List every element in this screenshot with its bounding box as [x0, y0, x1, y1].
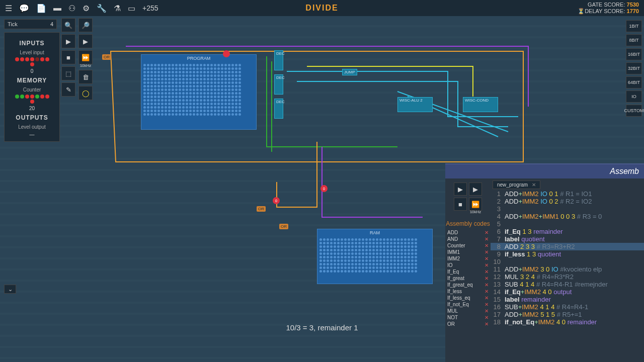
- asm-step-button[interactable]: ▶: [454, 183, 467, 196]
- chat-icon[interactable]: 💬: [19, 4, 29, 13]
- code-NOT[interactable]: NOT✕: [445, 314, 491, 321]
- bit-32bit[interactable]: 32BIT: [626, 62, 642, 74]
- code-line[interactable]: 7label quotient: [491, 235, 644, 243]
- fast-button[interactable]: ⏩: [78, 50, 93, 64]
- bit-8bit[interactable]: 8BIT: [626, 34, 642, 46]
- remove-code-icon[interactable]: ✕: [485, 243, 489, 248]
- code-line[interactable]: 14if_Eq+IMM2 4 0 output: [491, 288, 644, 296]
- remove-code-icon[interactable]: ✕: [485, 321, 489, 327]
- remove-code-icon[interactable]: ✕: [485, 282, 489, 288]
- code-If_less_eq[interactable]: If_less_eq✕: [445, 295, 491, 301]
- code-If_great[interactable]: If_great✕: [445, 275, 491, 282]
- remove-code-icon[interactable]: ✕: [485, 269, 489, 275]
- cond-chip[interactable]: WISC-COND: [463, 97, 498, 112]
- program-memory[interactable]: PROGRAM: [141, 54, 257, 130]
- io-panel: INPUTS Level input 0 MEMORY Counter 20 O…: [4, 32, 60, 142]
- wrench-icon[interactable]: 🔧: [97, 4, 107, 13]
- step-button[interactable]: ▶: [61, 34, 75, 48]
- bit-io[interactable]: IO: [626, 90, 642, 103]
- code-line[interactable]: 9if_less 1 3 quotient: [491, 250, 644, 258]
- probe-3[interactable]: [223, 50, 230, 57]
- delete-button[interactable]: 🗑: [78, 70, 93, 84]
- chip-icon[interactable]: ▭: [128, 4, 135, 13]
- code-line[interactable]: 10: [491, 258, 644, 265]
- dec-chip-1[interactable]: DEC: [274, 50, 283, 70]
- code-ADD[interactable]: ADD✕: [445, 229, 491, 236]
- remove-code-icon[interactable]: ✕: [485, 276, 489, 281]
- code-line[interactable]: 15label remainder: [491, 296, 644, 303]
- code-If_great_eq[interactable]: If_great_eq✕: [445, 282, 491, 288]
- score-plus: +255: [142, 4, 158, 12]
- menu-icon[interactable]: ☰: [5, 4, 12, 13]
- expand-console-button[interactable]: ⌄: [4, 285, 16, 294]
- play-button[interactable]: ▶: [78, 34, 93, 48]
- dec-chip-2[interactable]: DEC: [274, 74, 283, 95]
- asm-tab[interactable]: new_program✕: [493, 180, 540, 189]
- remove-code-icon[interactable]: ✕: [485, 308, 489, 314]
- or-gate-1[interactable]: OR: [102, 54, 111, 60]
- remove-code-icon[interactable]: ✕: [485, 236, 489, 242]
- code-line[interactable]: 16SUB+IMM2 4 1 4 # R4=R4-1: [491, 303, 644, 311]
- bit-width-column: 1BIT8BIT16BIT32BIT64BITIOCUSTOM: [626, 20, 642, 117]
- gear-icon[interactable]: ⚙: [83, 4, 90, 13]
- code-line[interactable]: 2ADD+IMM2 IO 0 2 # R2 = IO2: [491, 198, 644, 205]
- code-line[interactable]: 18if_not_Eq+IMM2 4 0 remainder: [491, 318, 644, 326]
- zoom-in-button[interactable]: 🔍: [61, 18, 75, 32]
- code-line[interactable]: 13SUB 4 1 4 # R4=R4-R1 #remejnder: [491, 281, 644, 288]
- jump-chip[interactable]: JUMP: [342, 69, 357, 75]
- remove-code-icon[interactable]: ✕: [485, 249, 489, 255]
- code-If_less[interactable]: If_less✕: [445, 288, 491, 295]
- code-IO[interactable]: IO✕: [445, 262, 491, 268]
- bit-16bit[interactable]: 16BIT: [626, 48, 642, 60]
- asm-play-button[interactable]: ▶: [469, 183, 482, 196]
- code-If_Eq[interactable]: If_Eq✕: [445, 268, 491, 275]
- book-icon[interactable]: ▬: [53, 4, 61, 13]
- file-icon[interactable]: 📄: [36, 4, 46, 13]
- stop-button[interactable]: ■: [61, 50, 75, 64]
- select-button[interactable]: ⬚: [61, 66, 75, 80]
- remove-code-icon[interactable]: ✕: [485, 256, 489, 261]
- code-line[interactable]: 6if_Eq 1 3 remainder: [491, 228, 644, 235]
- or-gate-2[interactable]: OR: [257, 206, 266, 212]
- code-line[interactable]: 8ADD 2 3 3 # R3=R3+R2: [491, 243, 644, 250]
- close-tab-icon[interactable]: ✕: [532, 182, 536, 188]
- remove-code-icon[interactable]: ✕: [485, 262, 489, 268]
- zoom-out-button[interactable]: 🔎: [78, 18, 93, 32]
- code-line[interactable]: 17ADD+IMM2 5 1 5 # R5+=1: [491, 311, 644, 318]
- dec-chip-3[interactable]: DEC: [274, 99, 283, 119]
- bit-64bit[interactable]: 64BIT: [626, 76, 642, 88]
- remove-code-icon[interactable]: ✕: [485, 315, 489, 320]
- remove-code-icon[interactable]: ✕: [485, 289, 489, 294]
- code-AND[interactable]: AND✕: [445, 236, 491, 242]
- code-line[interactable]: 4ADD+IMM2+IMM1 0 0 3 # R3 = 0: [491, 213, 644, 220]
- probe-2[interactable]: 0: [273, 197, 280, 204]
- asm-stop-button[interactable]: ■: [454, 198, 467, 211]
- code-editor[interactable]: 1ADD+IMM2 IO 0 1 # R1 = IO12ADD+IMM2 IO …: [491, 189, 644, 327]
- code-Counter[interactable]: Counter✕: [445, 242, 491, 249]
- remove-code-icon[interactable]: ✕: [485, 230, 489, 235]
- code-IMM1[interactable]: IMM1✕: [445, 249, 491, 255]
- edit-button[interactable]: ✎: [61, 82, 75, 97]
- or-gate-3[interactable]: OR: [279, 224, 288, 229]
- code-line[interactable]: 3: [491, 205, 644, 213]
- tree-icon[interactable]: ⚇: [68, 4, 75, 13]
- code-MUL[interactable]: MUL✕: [445, 308, 491, 314]
- asm-fast-button[interactable]: ⏩: [469, 198, 482, 211]
- code-OR[interactable]: OR✕: [445, 321, 491, 327]
- remove-code-icon[interactable]: ✕: [485, 295, 489, 301]
- code-If_not_Eq[interactable]: If_not_Eq✕: [445, 301, 491, 308]
- alu-chip[interactable]: WISC-ALU 2: [397, 97, 433, 112]
- code-line[interactable]: 12MUL 3 2 4 # R4=R3*R2: [491, 273, 644, 281]
- ram-memory[interactable]: RAM: [317, 229, 433, 284]
- code-line[interactable]: 5: [491, 220, 644, 228]
- code-line[interactable]: 11ADD+IMM2 3 0 IO #kvociento elp: [491, 265, 644, 273]
- bit-1bit[interactable]: 1BIT: [626, 20, 642, 32]
- code-line[interactable]: 1ADD+IMM2 IO 0 1 # R1 = IO1: [491, 190, 644, 198]
- code-IMM2[interactable]: IMM2✕: [445, 255, 491, 262]
- bit-custom[interactable]: CUSTOM: [626, 105, 642, 117]
- probe-button[interactable]: ◯: [78, 86, 93, 100]
- assembly-header: Assemb: [445, 164, 644, 178]
- remove-code-icon[interactable]: ✕: [485, 302, 489, 307]
- probe-1[interactable]: 0: [320, 185, 328, 192]
- flask-icon[interactable]: ⚗: [114, 4, 121, 13]
